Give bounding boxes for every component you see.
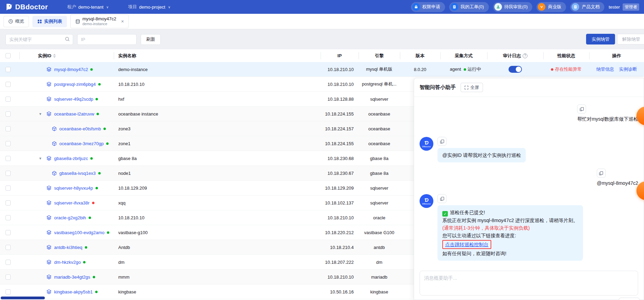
row-checkbox[interactable] xyxy=(6,126,11,131)
ip-filter-input[interactable] xyxy=(77,34,137,45)
instance-id-link[interactable]: oceanbase-l2atruvw xyxy=(54,111,94,117)
copy-icon[interactable] xyxy=(437,194,446,203)
instance-ip: 10.18.210.10 xyxy=(321,215,359,220)
instance-ip: 10.18.210.10 xyxy=(321,274,359,280)
instance-manage-button[interactable]: 实例纳管 xyxy=(586,34,615,44)
row-checkbox[interactable] xyxy=(6,141,11,146)
row-checkbox[interactable] xyxy=(6,274,11,280)
tenant-value: demo-tenant xyxy=(78,4,103,10)
expand-caret-icon[interactable]: ▼ xyxy=(39,112,42,116)
row-checkbox[interactable] xyxy=(6,245,11,250)
instance-id-link[interactable]: mariadb-3e4gt2gs xyxy=(54,274,90,280)
row-checkbox[interactable] xyxy=(6,111,11,117)
select-all-checkbox[interactable] xyxy=(6,53,11,58)
audit-log-toggle[interactable] xyxy=(509,66,522,73)
send-button[interactable] xyxy=(619,298,640,300)
row-checkbox[interactable] xyxy=(6,156,11,161)
row-checkbox[interactable] xyxy=(6,260,11,265)
row-checkbox[interactable] xyxy=(6,215,11,220)
instance-unmanage-button[interactable]: 解除纳管 xyxy=(617,34,644,44)
chevron-down-icon: ∨ xyxy=(168,5,170,9)
commercial-edition-button[interactable]: 商业版 xyxy=(536,2,566,12)
task-line: 系统正在对实例 mysql-8moy47c2 进行深度巡检，请稍等片刻。 xyxy=(442,217,578,224)
instance-id-link[interactable]: oracle-g2xg2bih xyxy=(54,215,86,220)
pill-label: 权限申请 xyxy=(422,4,440,10)
column-actions: 操作 xyxy=(589,49,644,62)
close-icon[interactable]: × xyxy=(121,19,124,24)
help-question-icon[interactable]: ? xyxy=(523,53,527,58)
instance-id-link[interactable]: sqlserver-ifvxa38r xyxy=(54,200,90,206)
table-row[interactable]: mysql-8moy47c2 demo-instance 10.18.210.1… xyxy=(0,62,644,77)
instance-layers-icon xyxy=(46,185,52,191)
instance-name: Antdb xyxy=(114,245,321,250)
instance-id-link[interactable]: antdb-ki3htieq xyxy=(54,245,82,250)
task-line: 如有任何疑问，欢迎随时咨询! xyxy=(442,250,578,257)
project-selector[interactable]: 项目 demo-project ∨ xyxy=(128,4,170,10)
row-checkbox[interactable] xyxy=(6,171,11,176)
instance-id-link[interactable]: gbase8a-zbrljuzc xyxy=(54,156,88,161)
product-docs-button[interactable]: 产品文档 xyxy=(570,2,604,12)
instance-ip: 10.18.210.4 xyxy=(321,245,359,250)
chat-input[interactable] xyxy=(420,271,638,295)
instance-engine: mariadb xyxy=(359,274,400,280)
row-checkbox[interactable] xyxy=(6,67,11,72)
pending-approval-button[interactable]: 待我审批(0) xyxy=(493,2,533,12)
project-value: demo-project xyxy=(139,4,165,10)
logo-text: DBdoctor xyxy=(15,3,48,11)
inspection-console-link[interactable]: 点击跳转巡检控制台 xyxy=(445,242,489,247)
status-dot xyxy=(95,98,98,100)
row-checkbox[interactable] xyxy=(6,97,11,102)
status-dot xyxy=(98,172,101,174)
expand-caret-icon[interactable]: ▼ xyxy=(39,157,42,160)
tenant-label: 租户 xyxy=(67,4,76,10)
tenant-selector[interactable]: 租户 demo-tenant ∨ xyxy=(67,4,109,10)
status-dot xyxy=(92,202,94,204)
instance-id-link[interactable]: mysql-8moy47c2 xyxy=(54,67,88,72)
instance-engine: dm xyxy=(359,260,400,265)
instance-id-link[interactable]: kingbase-akpy5sb1 xyxy=(54,289,93,294)
instance-diagnose-link[interactable]: 实例诊断 xyxy=(619,67,637,72)
instance-layers-icon xyxy=(46,215,52,220)
tab-instance-list[interactable]: 实例列表 xyxy=(32,16,67,27)
instance-id-link[interactable]: oceanbase-e0tsfsmb xyxy=(59,126,101,131)
instance-id-link[interactable]: sqlserver-h8yvxu4p xyxy=(54,186,93,191)
row-checkbox[interactable] xyxy=(6,200,11,206)
instance-layers-icon xyxy=(46,156,52,161)
copy-icon[interactable] xyxy=(437,137,446,146)
instance-engine: gbase 8a xyxy=(359,171,400,176)
row-checkbox[interactable] xyxy=(6,82,11,87)
message-text: @mysql-8moy47c2 xyxy=(597,180,638,187)
sort-icon[interactable] xyxy=(53,54,56,58)
perf-status-text[interactable]: 存在性能异常 xyxy=(555,67,582,72)
permission-apply-button[interactable]: 权限申请 xyxy=(411,2,445,12)
chat-header: 智能问答小助手 全屏 xyxy=(414,78,644,97)
ticket-icon xyxy=(451,3,458,11)
column-instance-id[interactable]: 实例ID xyxy=(19,49,114,62)
fullscreen-button[interactable]: 全屏 xyxy=(461,83,483,92)
my-tickets-button[interactable]: 我的工单(0) xyxy=(449,2,489,12)
instance-id-link[interactable]: postgresql-zim6pbg4 xyxy=(54,82,96,87)
bot-avatar: ƊDBdoctor xyxy=(420,137,433,151)
chat-messages: 帮忙对mysql数据库做下巡检 ƊDBdoctor @实例ID 请帮我对这个实例… xyxy=(414,97,644,261)
tab-instance-mysql-8moy47c2[interactable]: mysql-8moy47c2 demo-instance × xyxy=(70,14,129,28)
instance-ip: 10.18.224.155 xyxy=(321,141,359,146)
instance-id-link[interactable]: oceanbase-3mez70gp xyxy=(59,141,104,146)
refresh-button[interactable]: 刷新 xyxy=(141,34,161,45)
row-checkbox[interactable] xyxy=(6,230,11,235)
instance-id-link[interactable]: dm-hkzkv2go xyxy=(54,260,81,265)
copy-icon[interactable] xyxy=(597,169,606,178)
user-account[interactable]: tester 管理者 xyxy=(608,3,639,11)
instance-id-link[interactable]: gbase8a-ivsq1ex3 xyxy=(59,171,96,176)
instance-id-link[interactable]: vastbaseg100-evdg2amo xyxy=(54,230,104,235)
copy-icon[interactable] xyxy=(577,104,586,113)
row-checkbox[interactable] xyxy=(6,289,11,294)
tab-overview[interactable]: 概览 xyxy=(3,16,29,27)
instance-id-link[interactable]: sqlserver-49q2scdp xyxy=(54,97,93,102)
horizontal-scrollbar-thumb[interactable] xyxy=(1,297,45,299)
status-dot xyxy=(95,187,98,189)
instance-engine: kingbase xyxy=(359,289,400,294)
row-checkbox[interactable] xyxy=(6,186,11,191)
instance-keyword-input[interactable] xyxy=(6,34,73,45)
fullscreen-icon xyxy=(464,86,469,90)
manage-info-link[interactable]: 纳管信息 xyxy=(596,67,614,72)
